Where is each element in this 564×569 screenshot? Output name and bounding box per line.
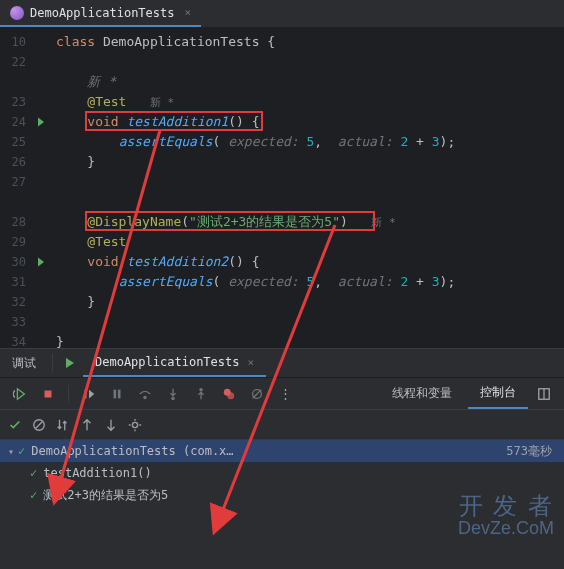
editor-tabs: DemoApplicationTests × [0,0,564,28]
code-editor[interactable]: 1022232425262728293031323334 class DemoA… [0,28,564,348]
run-gutter-line [30,192,52,212]
more-button[interactable]: ⋮ [273,382,297,406]
svg-point-5 [171,396,175,400]
svg-rect-0 [45,390,52,397]
run-gutter-line[interactable] [30,112,52,132]
editor-tab-file[interactable]: DemoApplicationTests × [0,0,201,27]
layout-button[interactable] [532,382,556,406]
code-line[interactable]: void testAddition2() { [52,252,564,272]
line-number: 26 [0,152,30,172]
debug-toolbar: ⋮ 线程和变量 控制台 [0,378,564,410]
tab-title: DemoApplicationTests [30,6,175,20]
run-gutter-line [30,172,52,192]
run-gutter-line [30,232,52,252]
run-play-icon[interactable] [35,256,47,268]
run-play-icon [63,356,77,370]
chevron-down-icon[interactable]: ▾ [8,446,14,457]
run-gutter-line [30,52,52,72]
step-over-button[interactable] [133,382,157,406]
show-passed-icon[interactable] [8,418,22,432]
line-number: 10 [0,32,30,52]
test-result-name: 测试2+3的结果是否为5 [43,487,168,504]
show-ignored-icon[interactable] [32,418,46,432]
svg-rect-1 [85,389,87,398]
code-line[interactable]: @Test 新 * [52,92,564,112]
settings-icon[interactable] [128,418,142,432]
line-number: 32 [0,292,30,312]
tab-run-config[interactable]: DemoApplicationTests × [83,349,266,377]
code-line[interactable]: assertEquals( expected: 5, actual: 2 + 3… [52,132,564,152]
line-number [0,192,30,212]
separator [68,385,69,403]
run-gutter-line [30,132,52,152]
file-icon [10,6,24,20]
line-gutter: 1022232425262728293031323334 [0,28,30,348]
rerun-button[interactable] [8,382,32,406]
line-number: 33 [0,312,30,332]
test-root-time: 573毫秒 [506,443,552,460]
svg-point-8 [227,392,234,399]
code-line[interactable]: } [52,292,564,312]
tab-threads[interactable]: 线程和变量 [380,385,464,402]
svg-point-4 [143,395,147,399]
line-number [0,72,30,92]
svg-point-6 [199,387,203,391]
code-line[interactable]: assertEquals( expected: 5, actual: 2 + 3… [52,272,564,292]
resume-button[interactable] [77,382,101,406]
tab-console[interactable]: 控制台 [468,378,528,409]
view-breakpoints-button[interactable] [217,382,241,406]
line-number: 22 [0,52,30,72]
code-line[interactable] [52,52,564,72]
run-gutter-line [30,72,52,92]
stop-button[interactable] [36,382,60,406]
run-gutter-line[interactable] [30,252,52,272]
run-gutter [30,28,52,348]
code-line[interactable] [52,192,564,212]
code-line[interactable]: 新 * [52,72,564,92]
run-gutter-line [30,332,52,352]
mute-breakpoints-button[interactable] [245,382,269,406]
code-line[interactable]: void testAddition1() { [52,112,564,132]
code-line[interactable] [52,312,564,332]
step-out-button[interactable] [189,382,213,406]
code-line[interactable] [52,172,564,192]
sort-icon[interactable] [56,418,70,432]
svg-line-14 [36,421,43,428]
check-icon: ✓ [18,444,25,458]
svg-rect-2 [114,389,117,398]
pause-button[interactable] [105,382,129,406]
test-toolbar [0,410,564,440]
collapse-icon[interactable] [104,418,118,432]
test-result-row[interactable]: ✓ 测试2+3的结果是否为5 [0,484,564,506]
line-number: 24 [0,112,30,132]
test-root-row[interactable]: ▾ ✓ DemoApplicationTests (com.x… 573毫秒 [0,440,564,462]
run-gutter-line [30,272,52,292]
code-content[interactable]: class DemoApplicationTests { 新 * @Test 新… [52,28,564,348]
run-play-icon[interactable] [35,116,47,128]
separator [52,354,53,372]
code-line[interactable]: } [52,332,564,352]
test-result-row[interactable]: ✓ testAddition1() [0,462,564,484]
line-number: 27 [0,172,30,192]
panel-tabs: 调试 DemoApplicationTests × [0,348,564,378]
close-icon[interactable]: × [248,356,255,369]
code-line[interactable]: class DemoApplicationTests { [52,32,564,52]
check-icon: ✓ [30,466,37,480]
line-number: 34 [0,332,30,352]
expand-icon[interactable] [80,418,94,432]
line-number: 29 [0,232,30,252]
step-into-button[interactable] [161,382,185,406]
svg-rect-3 [118,389,121,398]
code-line[interactable]: @DisplayName("测试2+3的结果是否为5") 新 * [52,212,564,232]
line-number: 30 [0,252,30,272]
close-icon[interactable]: × [185,6,192,19]
line-number: 28 [0,212,30,232]
run-gutter-line [30,32,52,52]
line-number: 31 [0,272,30,292]
run-gutter-line [30,312,52,332]
run-gutter-line [30,152,52,172]
tab-debug[interactable]: 调试 [0,349,48,377]
code-line[interactable]: @Test [52,232,564,252]
code-line[interactable]: } [52,152,564,172]
test-result-name: testAddition1() [43,466,151,480]
